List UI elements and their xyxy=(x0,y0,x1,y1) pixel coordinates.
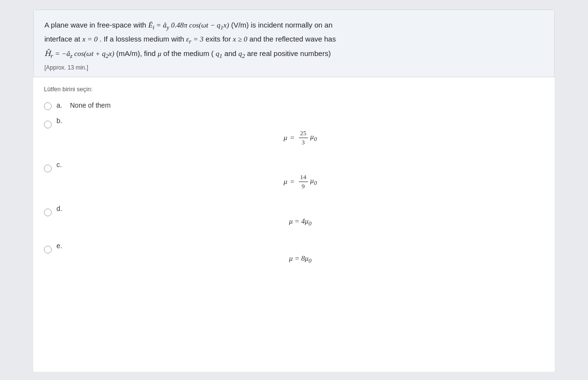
option-b-row: b. μ = 25 3 μ0 xyxy=(44,117,544,146)
question-line2: interface at x = 0 . If a lossless mediu… xyxy=(44,35,336,43)
option-b-denominator: 3 xyxy=(300,138,307,146)
option-b-header: b. xyxy=(56,117,544,125)
approx-text: [Approx. 13 min.] xyxy=(44,64,544,71)
option-a-content: a. None of them xyxy=(56,101,544,109)
please-select-label: Lütfen birini seçin: xyxy=(44,86,544,93)
option-b-content: b. μ = 25 3 μ0 xyxy=(56,117,544,146)
option-e-row: e. μ = 8μ0 xyxy=(44,242,544,265)
option-c-radio[interactable] xyxy=(44,165,52,172)
options-section: Lütfen birini seçin: a. None of them b. … xyxy=(33,77,555,283)
option-b-radio[interactable] xyxy=(44,121,52,128)
option-c-header: c. xyxy=(56,161,544,169)
option-e-header: e. xyxy=(56,242,544,250)
option-e-content: e. μ = 8μ0 xyxy=(56,242,544,265)
main-container: A plane wave in free-space with Ēi = ây … xyxy=(33,10,555,372)
question-text: A plane wave in free-space with Ēi = ây … xyxy=(44,19,544,61)
option-a-text: None of them xyxy=(70,101,111,109)
option-e-label: e. xyxy=(56,242,66,250)
option-b-numerator: 25 xyxy=(299,129,308,138)
option-c-row: c. μ = 14 9 μ0 xyxy=(44,161,544,190)
question-box: A plane wave in free-space with Ēi = ây … xyxy=(33,10,555,77)
question-line3: H̄r = −âz cos(ωt + q2x) (mA/m), find μ o… xyxy=(44,49,331,57)
option-d-radio[interactable] xyxy=(44,209,52,216)
option-d-content: d. μ = 4μ0 xyxy=(56,205,544,227)
option-d-label: d. xyxy=(56,205,66,212)
ei-math: Ēi = ây 0.48π cos(ωt − q1x) xyxy=(148,21,229,29)
option-c-math: μ = 14 9 μ0 xyxy=(56,169,544,190)
option-c-label: c. xyxy=(56,161,66,169)
option-d-header: d. xyxy=(56,205,544,212)
option-e-radio[interactable] xyxy=(44,246,52,253)
option-c-numerator: 14 xyxy=(299,173,308,182)
option-e-math: μ = 8μ0 xyxy=(56,250,544,265)
option-b-label: b. xyxy=(56,117,66,125)
question-line1: A plane wave in free-space with Ēi = ây … xyxy=(44,21,333,29)
option-a-row: a. None of them xyxy=(44,99,544,113)
option-d-row: d. μ = 4μ0 xyxy=(44,205,544,227)
option-a-label: a. xyxy=(56,101,66,109)
option-c-denominator: 9 xyxy=(300,182,307,190)
option-a-radio[interactable] xyxy=(44,102,52,110)
option-d-math: μ = 4μ0 xyxy=(56,212,544,227)
option-b-math: μ = 25 3 μ0 xyxy=(56,125,544,146)
option-c-content: c. μ = 14 9 μ0 xyxy=(56,161,544,190)
